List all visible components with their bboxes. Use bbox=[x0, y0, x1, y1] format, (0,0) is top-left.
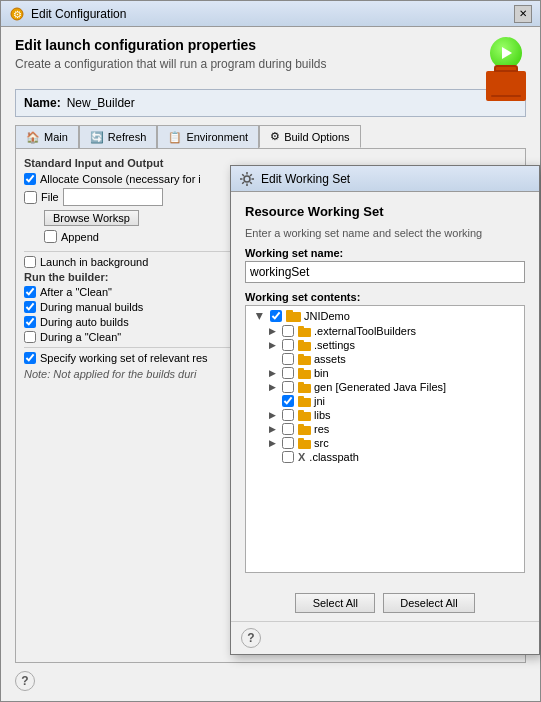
browse-button[interactable]: Browse Worksp bbox=[44, 210, 139, 226]
build-tab-icon: ⚙ bbox=[270, 130, 280, 143]
tree-label-jnidemo: JNIDemo bbox=[304, 310, 350, 322]
svg-rect-13 bbox=[286, 310, 293, 314]
title-bar-left: ⚙ Edit Configuration bbox=[9, 6, 126, 22]
after-clean-checkbox[interactable] bbox=[24, 286, 36, 298]
folder-icon-bin bbox=[298, 367, 312, 379]
tree-checkbox-settings[interactable] bbox=[282, 339, 294, 351]
page-title: Edit launch configuration properties bbox=[15, 37, 526, 53]
tree-checkbox-src[interactable] bbox=[282, 437, 294, 449]
tree-label-external: .externalToolBuilders bbox=[314, 325, 416, 337]
dialog-title-bar: Edit Working Set bbox=[231, 166, 539, 192]
svg-line-8 bbox=[242, 174, 244, 176]
deselect-all-button[interactable]: Deselect All bbox=[383, 593, 474, 613]
svg-point-3 bbox=[244, 176, 250, 182]
classpath-file-icon: X bbox=[298, 451, 305, 463]
tree-item-jni[interactable]: ▶ jni bbox=[248, 394, 522, 408]
tree-item-jnidemo[interactable]: ▶ JNIDemo bbox=[248, 308, 522, 324]
tab-build-options[interactable]: ⚙ Build Options bbox=[259, 125, 360, 148]
page-subtitle: Create a configuration that will run a p… bbox=[15, 57, 526, 71]
run-icon-area bbox=[486, 37, 526, 101]
svg-rect-21 bbox=[298, 368, 304, 372]
ws-name-input[interactable] bbox=[245, 261, 525, 283]
config-icon: ⚙ bbox=[9, 6, 25, 22]
tree-label-gen: gen [Generated Java Files] bbox=[314, 381, 446, 393]
tree-item-libs[interactable]: ▶ libs bbox=[248, 408, 522, 422]
svg-rect-29 bbox=[298, 424, 304, 428]
folder-icon-jni bbox=[298, 395, 312, 407]
dialog-help-button[interactable]: ? bbox=[241, 628, 261, 648]
tree-item-classpath[interactable]: ▶ X .classpath bbox=[248, 450, 522, 464]
append-checkbox[interactable] bbox=[44, 230, 57, 243]
name-row: Name: New_Builder bbox=[15, 89, 526, 117]
during-clean-checkbox[interactable] bbox=[24, 331, 36, 343]
refresh-tab-label: Refresh bbox=[108, 131, 147, 143]
tree-item-bin[interactable]: ▶ bin bbox=[248, 366, 522, 380]
tree-item-src[interactable]: ▶ src bbox=[248, 436, 522, 450]
title-bar: ⚙ Edit Configuration ✕ bbox=[1, 1, 540, 27]
tree-checkbox-jnidemo[interactable] bbox=[270, 310, 282, 322]
tree-checkbox-external[interactable] bbox=[282, 325, 294, 337]
tree-item-external[interactable]: ▶ .externalToolBuilders bbox=[248, 324, 522, 338]
dialog-title-text: Edit Working Set bbox=[261, 172, 350, 186]
edit-working-set-dialog: Edit Working Set Resource Working Set En… bbox=[230, 165, 540, 655]
tree-item-settings[interactable]: ▶ .settings bbox=[248, 338, 522, 352]
folder-icon-external bbox=[298, 325, 312, 337]
tree-checkbox-classpath[interactable] bbox=[282, 451, 294, 463]
during-manual-checkbox[interactable] bbox=[24, 301, 36, 313]
tree-checkbox-libs[interactable] bbox=[282, 409, 294, 421]
svg-line-11 bbox=[242, 182, 244, 184]
folder-icon-src bbox=[298, 437, 312, 449]
tree-item-gen[interactable]: ▶ gen [Generated Java Files] bbox=[248, 380, 522, 394]
svg-marker-2 bbox=[502, 47, 512, 59]
folder-icon-res bbox=[298, 423, 312, 435]
during-manual-label: During manual builds bbox=[40, 301, 143, 313]
main-tab-icon: 🏠 bbox=[26, 131, 40, 144]
svg-rect-17 bbox=[298, 340, 304, 344]
ws-name-label: Working set name: bbox=[245, 247, 525, 259]
dialog-heading: Resource Working Set bbox=[245, 204, 525, 219]
launch-bg-checkbox[interactable] bbox=[24, 256, 36, 268]
tab-refresh[interactable]: 🔄 Refresh bbox=[79, 125, 158, 148]
tree-item-assets[interactable]: ▶ assets bbox=[248, 352, 522, 366]
ws-name-section: Working set name: bbox=[245, 247, 525, 283]
header-section: Edit launch configuration properties Cre… bbox=[15, 37, 526, 81]
select-all-button[interactable]: Select All bbox=[295, 593, 375, 613]
dialog-buttons: Select All Deselect All bbox=[231, 585, 539, 621]
tree-label-classpath: .classpath bbox=[309, 451, 359, 463]
tree-container[interactable]: ▶ JNIDemo ▶ . bbox=[245, 305, 525, 573]
tree-item-res[interactable]: ▶ res bbox=[248, 422, 522, 436]
window-title: Edit Configuration bbox=[31, 7, 126, 21]
tree-label-settings: .settings bbox=[314, 339, 355, 351]
ws-contents-section: Working set contents: ▶ JNIDemo ▶ bbox=[245, 291, 525, 573]
tree-arrow-res: ▶ bbox=[266, 424, 278, 434]
tree-arrow-settings: ▶ bbox=[266, 340, 278, 350]
tree-checkbox-res[interactable] bbox=[282, 423, 294, 435]
tree-label-res: res bbox=[314, 423, 329, 435]
tab-main[interactable]: 🏠 Main bbox=[15, 125, 79, 148]
folder-icon-gen bbox=[298, 381, 312, 393]
tree-checkbox-jni[interactable] bbox=[282, 395, 294, 407]
tree-checkbox-gen[interactable] bbox=[282, 381, 294, 393]
specify-working-checkbox[interactable] bbox=[24, 352, 36, 364]
tree-label-jni: jni bbox=[314, 395, 325, 407]
tab-environment[interactable]: 📋 Environment bbox=[157, 125, 259, 148]
tree-checkbox-assets[interactable] bbox=[282, 353, 294, 365]
tree-arrow-external: ▶ bbox=[266, 326, 278, 336]
briefcase-icon bbox=[486, 71, 526, 101]
during-auto-checkbox[interactable] bbox=[24, 316, 36, 328]
file-input[interactable] bbox=[63, 188, 163, 206]
title-controls: ✕ bbox=[514, 5, 532, 23]
help-button[interactable]: ? bbox=[15, 671, 35, 691]
ws-contents-label: Working set contents: bbox=[245, 291, 525, 303]
append-label: Append bbox=[61, 231, 99, 243]
allocate-console-checkbox[interactable] bbox=[24, 173, 36, 185]
svg-line-10 bbox=[250, 174, 252, 176]
dialog-body: Resource Working Set Enter a working set… bbox=[231, 192, 539, 585]
tree-arrow-jnidemo: ▶ bbox=[255, 310, 265, 322]
env-tab-icon: 📋 bbox=[168, 131, 182, 144]
tree-checkbox-bin[interactable] bbox=[282, 367, 294, 379]
tree-arrow-bin: ▶ bbox=[266, 368, 278, 378]
close-button[interactable]: ✕ bbox=[514, 5, 532, 23]
file-checkbox[interactable] bbox=[24, 191, 37, 204]
name-value: New_Builder bbox=[67, 96, 135, 110]
